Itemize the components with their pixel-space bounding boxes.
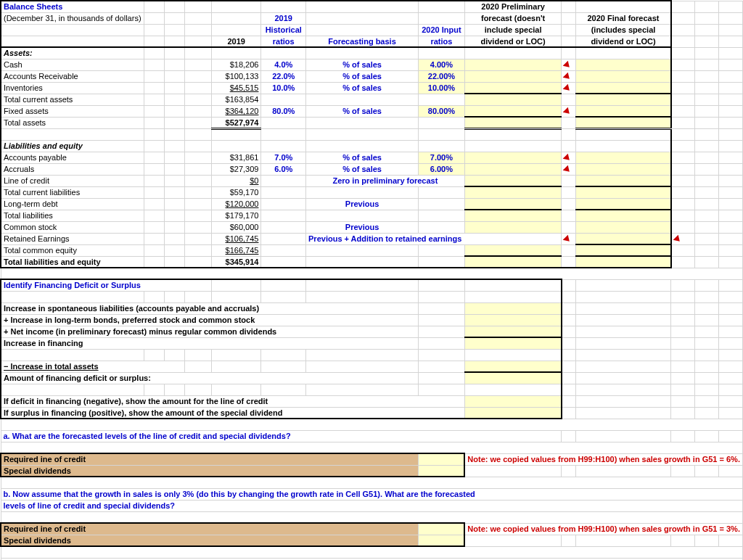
spec-div-b-val[interactable] [419, 535, 465, 546]
row-tcl: Total current liabilities [1, 186, 144, 198]
question-b-1: b. Now assume that the growth in sales i… [1, 488, 743, 500]
ta-prelim[interactable] [464, 117, 562, 128]
fa-2019: $364,120 [211, 105, 261, 117]
fa-basis: % of sales [306, 105, 419, 117]
note-3: Note: we copied values from H99:H100) wh… [464, 523, 742, 535]
fa-final[interactable] [576, 105, 671, 117]
ar-2019: $100,133 [211, 70, 261, 82]
tle-2019: $345,914 [211, 256, 261, 268]
tl-final[interactable] [576, 210, 671, 221]
hdr-final1: 2020 Final forecast [576, 12, 671, 24]
inv-2019: $45,515 [211, 82, 261, 94]
deficit-l6: Amount of financing deficit or surplus: [1, 372, 419, 384]
loc-final[interactable] [576, 175, 671, 186]
cash-final[interactable] [576, 59, 671, 70]
hdr-hist1: 2019 [261, 12, 306, 24]
loc-basis: Zero in preliminary forecast [306, 175, 465, 186]
deficit-v6[interactable] [464, 372, 562, 384]
req-loc-a-val[interactable] [419, 453, 465, 465]
deficit-v8[interactable] [464, 407, 562, 419]
ar-input[interactable]: 22.00% [419, 70, 465, 82]
deficit-v7[interactable] [464, 395, 562, 407]
row-ta: Total assets [1, 117, 144, 128]
fa-input[interactable]: 80.00% [419, 105, 465, 117]
loc-prelim[interactable] [464, 175, 562, 186]
hdr-input1: 2020 Input [419, 24, 465, 36]
cs-prelim[interactable] [464, 221, 562, 233]
ap-basis: % of sales [306, 152, 419, 163]
tca-prelim[interactable] [464, 94, 562, 105]
acc-input[interactable]: 6.00% [419, 163, 465, 175]
question-b-2: levels of line of credit and special div… [1, 500, 743, 511]
inv-final[interactable] [576, 82, 671, 94]
hdr-hist3: ratios [261, 36, 306, 47]
hdr-prelim3: include special [464, 24, 562, 36]
hdr-final3: dividend or LOC) [576, 36, 671, 47]
tl-prelim[interactable] [464, 210, 562, 221]
tce-2019: $166,745 [211, 244, 261, 256]
hdr-prelim1: 2020 Preliminary [464, 1, 562, 12]
inv-basis: % of sales [306, 82, 419, 94]
tle-prelim[interactable] [464, 256, 562, 268]
fa-prelim[interactable] [464, 105, 562, 117]
spec-div-a-val[interactable] [419, 465, 465, 477]
ap-input[interactable]: 7.00% [419, 152, 465, 163]
acc-final[interactable] [576, 163, 671, 175]
row-acc: Accruals [1, 163, 144, 175]
cs-final[interactable] [576, 221, 671, 233]
cash-basis: % of sales [306, 59, 419, 70]
deficit-l7: If deficit in financing (negative), show… [1, 395, 464, 407]
ap-prelim[interactable] [464, 152, 562, 163]
deficit-v2[interactable] [464, 314, 562, 326]
re-basis: Previous + Addition to retained earnings [306, 233, 562, 244]
ap-final[interactable] [576, 152, 671, 163]
hdr-basis: Forecasting basis [306, 36, 419, 47]
deficit-v4[interactable] [464, 337, 562, 349]
ltd-prelim[interactable] [464, 198, 562, 210]
hdr-hist2: Historical [261, 24, 306, 36]
validation-marker-icon [563, 235, 572, 244]
grid: Balance Sheets 2020 Preliminary (Decembe… [0, 0, 743, 560]
validation-marker-icon [563, 107, 572, 117]
inv-prelim[interactable] [464, 82, 562, 94]
ar-final[interactable] [576, 70, 671, 82]
inv-hist: 10.0% [261, 82, 306, 94]
cash-hist: 4.0% [261, 59, 306, 70]
re-final[interactable] [576, 233, 671, 244]
row-ap: Accounts payable [1, 152, 144, 163]
deficit-l3: + Net income (in preliminary forecast) m… [1, 326, 419, 337]
ar-prelim[interactable] [464, 70, 562, 82]
deficit-v1[interactable] [464, 302, 562, 314]
ta-final[interactable] [576, 117, 671, 128]
inv-input[interactable]: 10.00% [419, 82, 465, 94]
ltd-final[interactable] [576, 198, 671, 210]
req-loc-b-val[interactable] [419, 523, 465, 535]
validation-marker-icon [563, 165, 572, 175]
subtitle-cell: (December 31, in thousands of dollars) [1, 12, 144, 24]
deficit-l4: Increase in financing [1, 337, 419, 349]
row-inv: Inventories [1, 82, 144, 94]
tce-final[interactable] [576, 244, 671, 256]
tcl-final[interactable] [576, 186, 671, 198]
re-2019: $106,745 [211, 233, 261, 244]
ap-2019: $31,861 [211, 152, 261, 163]
deficit-v3[interactable] [464, 326, 562, 337]
deficit-l1: Increase in spontaneous liabilities (acc… [1, 302, 419, 314]
deficit-v5[interactable] [464, 361, 562, 372]
hdr-input2: ratios [419, 36, 465, 47]
acc-prelim[interactable] [464, 163, 562, 175]
cash-prelim[interactable] [464, 59, 562, 70]
assets-hdr: Assets: [1, 47, 144, 59]
tce-prelim[interactable] [464, 244, 562, 256]
row-re: Retained Earnings [1, 233, 144, 244]
acc-basis: % of sales [306, 163, 419, 175]
tle-final[interactable] [576, 256, 671, 268]
ar-hist: 22.0% [261, 70, 306, 82]
tca-final[interactable] [576, 94, 671, 105]
tcl-prelim[interactable] [464, 186, 562, 198]
cash-input[interactable]: 4.00% [419, 59, 465, 70]
spreadsheet: Balance Sheets 2020 Preliminary (Decembe… [0, 0, 743, 560]
tca-2019: $163,854 [211, 94, 261, 105]
cash-2019: $18,206 [211, 59, 261, 70]
validation-marker-icon [563, 61, 572, 70]
